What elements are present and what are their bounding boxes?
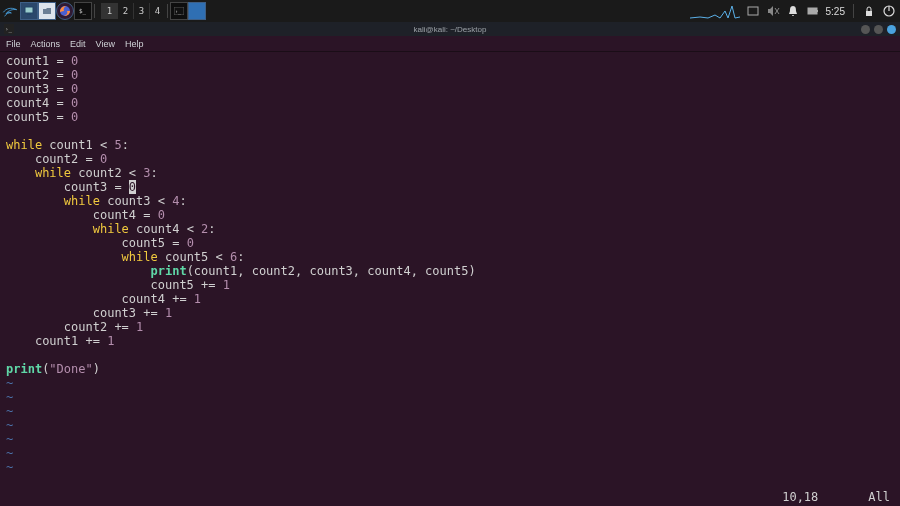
code-line: count4 = 0	[6, 96, 894, 110]
taskbar-separator	[853, 4, 854, 18]
cursor-position: 10,18	[782, 490, 818, 504]
code-line: print(count1, count2, count3, count4, co…	[6, 264, 894, 278]
svg-text:$_: $_	[79, 7, 87, 15]
battery-icon[interactable]	[806, 4, 820, 18]
vim-tilde: ~	[6, 460, 894, 474]
window-title: kali@kali: ~/Desktop	[0, 25, 900, 34]
maximize-button[interactable]	[874, 25, 883, 34]
code-line: count1 = 0	[6, 54, 894, 68]
code-line: count1 += 1	[6, 334, 894, 348]
close-button[interactable]	[887, 25, 896, 34]
menu-help[interactable]: Help	[125, 39, 144, 49]
workspace-switcher: 1234	[101, 3, 165, 19]
menu-actions[interactable]: Actions	[31, 39, 61, 49]
workspace-4[interactable]: 4	[149, 3, 165, 19]
taskbar-right: 5:25	[690, 3, 896, 19]
vim-tilde: ~	[6, 418, 894, 432]
code-line	[6, 348, 894, 362]
code-line: while count1 < 5:	[6, 138, 894, 152]
app-monitor-icon[interactable]	[20, 2, 38, 20]
code-line: while count3 < 4:	[6, 194, 894, 208]
code-line: count3 = 0	[6, 180, 894, 194]
volume-mute-icon[interactable]	[766, 4, 780, 18]
vim-tilde: ~	[6, 376, 894, 390]
vim-tilde: ~	[6, 432, 894, 446]
code-line: count5 = 0	[6, 236, 894, 250]
clock[interactable]: 5:25	[826, 6, 845, 17]
svg-text:›_: ›_	[175, 8, 182, 15]
code-line: count2 += 1	[6, 320, 894, 334]
app-terminal-icon[interactable]: $_	[74, 2, 92, 20]
menu-edit[interactable]: Edit	[70, 39, 86, 49]
svg-rect-9	[808, 8, 817, 14]
running-terminal-icon[interactable]: ›_	[170, 2, 188, 20]
code-line: while count5 < 6:	[6, 250, 894, 264]
svg-rect-11	[866, 11, 872, 16]
app-files-icon[interactable]	[38, 2, 56, 20]
running-panel-icon[interactable]	[188, 2, 206, 20]
logout-icon[interactable]	[882, 4, 896, 18]
taskbar-separator	[94, 4, 95, 18]
workspace-2[interactable]: 2	[117, 3, 133, 19]
code-line: count5 = 0	[6, 110, 894, 124]
network-graph[interactable]	[690, 3, 740, 19]
svg-rect-6	[748, 7, 758, 15]
window-controls	[861, 25, 896, 34]
editor-area[interactable]: count1 = 0count2 = 0count3 = 0count4 = 0…	[0, 52, 900, 506]
window-tray-icon[interactable]	[746, 4, 760, 18]
code-line: count2 = 0	[6, 152, 894, 166]
code-line: count4 += 1	[6, 292, 894, 306]
minimize-button[interactable]	[861, 25, 870, 34]
scroll-position: All	[868, 490, 890, 504]
notification-icon[interactable]	[786, 4, 800, 18]
window-titlebar[interactable]: ›_ kali@kali: ~/Desktop	[0, 22, 900, 36]
code-line: count3 = 0	[6, 82, 894, 96]
code-line: while count4 < 2:	[6, 222, 894, 236]
vim-statusbar: 10,18 All	[782, 490, 890, 504]
vim-tilde: ~	[6, 404, 894, 418]
menu-view[interactable]: View	[96, 39, 115, 49]
taskbar: $_ 1234 ›_ 5:25	[0, 0, 900, 22]
svg-rect-10	[817, 10, 818, 12]
lock-icon[interactable]	[862, 4, 876, 18]
app-firefox-icon[interactable]	[56, 2, 74, 20]
code-line: while count2 < 3:	[6, 166, 894, 180]
code-line: print("Done")	[6, 362, 894, 376]
code-line: count3 += 1	[6, 306, 894, 320]
terminal-window: ›_ kali@kali: ~/Desktop FileActionsEditV…	[0, 22, 900, 506]
workspace-3[interactable]: 3	[133, 3, 149, 19]
code-line: count5 += 1	[6, 278, 894, 292]
workspace-1[interactable]: 1	[101, 3, 117, 19]
code-line: count2 = 0	[6, 68, 894, 82]
svg-rect-1	[27, 14, 31, 15]
vim-tilde: ~	[6, 390, 894, 404]
code-content: count1 = 0count2 = 0count3 = 0count4 = 0…	[6, 54, 894, 474]
taskbar-left: $_ 1234 ›_	[0, 0, 206, 22]
code-line: count4 = 0	[6, 208, 894, 222]
kali-menu-icon[interactable]	[1, 2, 19, 20]
taskbar-separator	[167, 4, 168, 18]
vim-tilde: ~	[6, 446, 894, 460]
menu-file[interactable]: File	[6, 39, 21, 49]
code-line	[6, 124, 894, 138]
svg-rect-0	[25, 7, 33, 13]
menu-bar: FileActionsEditViewHelp	[0, 36, 900, 52]
